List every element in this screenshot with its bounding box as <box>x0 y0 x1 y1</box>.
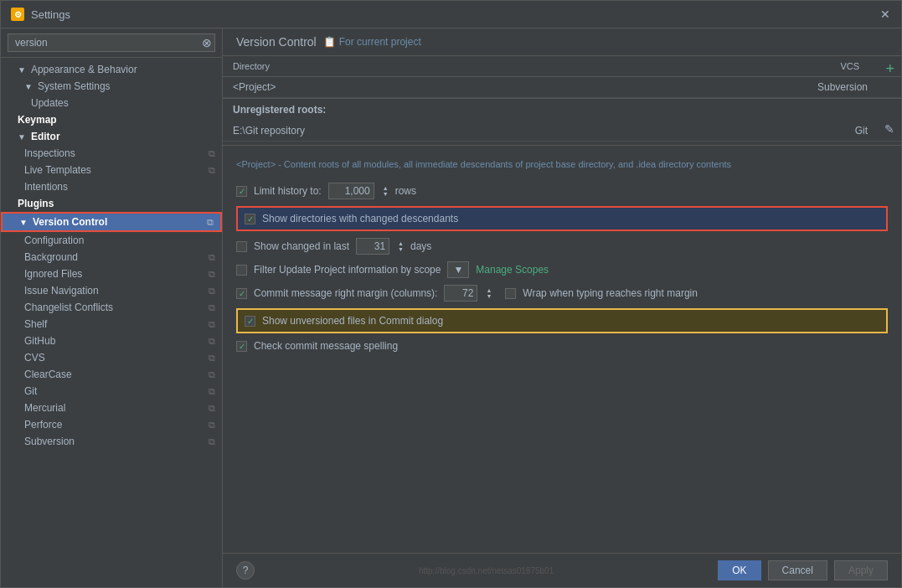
commit-margin-checkbox[interactable] <box>236 288 247 299</box>
sidebar-item-subversion[interactable]: Subversion ⧉ <box>1 433 222 450</box>
table-row: <Project> Subversion <box>223 77 901 98</box>
sidebar-item-updates[interactable]: Updates <box>1 95 222 111</box>
sidebar-label: ClearCase <box>24 369 72 380</box>
copy-icon: ⧉ <box>209 286 215 297</box>
arrow-icon: ▼ <box>18 65 26 75</box>
sidebar-item-issue-navigation[interactable]: Issue Navigation ⧉ <box>1 282 222 299</box>
footer: ? http://blog.csdn.net/netsas01875b01 OK… <box>223 553 901 587</box>
show-unversioned-checkbox[interactable] <box>245 316 255 327</box>
show-changed-input[interactable] <box>356 238 389 255</box>
sidebar-item-changelist-conflicts[interactable]: Changelist Conflicts ⧉ <box>1 299 222 316</box>
changed-spinner: ▲ ▼ <box>398 240 404 252</box>
dir-cell: <Project> <box>223 77 496 98</box>
copy-icon: ⧉ <box>209 148 215 159</box>
git-table: E:\Git repository Git <box>223 121 901 142</box>
check-spelling-checkbox[interactable] <box>236 341 247 352</box>
show-dirs-label: Show directories with changed descendant… <box>262 213 458 224</box>
sidebar-label: Live Templates <box>24 164 91 176</box>
sidebar-item-configuration[interactable]: Configuration <box>1 232 222 249</box>
wrap-checkbox[interactable] <box>505 288 516 299</box>
subtitle-text: For current project <box>339 36 421 48</box>
limit-history-input[interactable] <box>328 183 374 199</box>
commit-margin-label: Commit message right margin (columns): <box>254 287 437 299</box>
filter-update-checkbox[interactable] <box>236 265 247 276</box>
settings-icon: ⚙ <box>11 8 24 21</box>
search-clear-button[interactable]: ⊗ <box>202 36 212 49</box>
sidebar-item-appearance[interactable]: ▼ Appearance & Behavior <box>1 61 222 78</box>
sidebar-label: Ignored Files <box>24 268 82 280</box>
copy-icon: ⧉ <box>209 269 215 280</box>
edit-git-button[interactable]: ✎ <box>884 122 894 136</box>
help-button[interactable]: ? <box>236 561 255 580</box>
check-spelling-label: Check commit message spelling <box>254 340 398 352</box>
sidebar-item-intentions[interactable]: Intentions <box>1 178 222 195</box>
sidebar-item-shelf[interactable]: Shelf ⧉ <box>1 316 222 333</box>
manage-scopes-link[interactable]: Manage Scopes <box>476 264 549 276</box>
sidebar-label: Subversion <box>24 436 75 447</box>
unregistered-label: Unregistered roots: <box>223 99 901 121</box>
sidebar-item-ignored-files[interactable]: Ignored Files ⧉ <box>1 266 222 282</box>
sidebar-label: GitHub <box>24 335 55 347</box>
sidebar-item-git[interactable]: Git ⧉ <box>1 383 222 400</box>
limit-history-checkbox[interactable] <box>236 186 247 197</box>
arrow-icon: ▼ <box>24 82 33 91</box>
sidebar: ⊗ ▼ Appearance & Behavior ▼ System Setti… <box>1 28 223 587</box>
arrow-icon: ▼ <box>18 132 26 142</box>
show-changed-checkbox[interactable] <box>236 241 247 252</box>
sidebar-label: Configuration <box>24 235 84 246</box>
copy-icon: ⧉ <box>209 420 215 431</box>
main-content: ⊗ ▼ Appearance & Behavior ▼ System Setti… <box>1 28 901 587</box>
sidebar-item-editor[interactable]: ▼ Editor <box>1 128 222 145</box>
sidebar-item-mercurial[interactable]: Mercurial ⧉ <box>1 400 222 416</box>
git-dir-cell: E:\Git repository <box>223 121 643 142</box>
sidebar-item-keymap[interactable]: Keymap <box>1 111 222 128</box>
commit-margin-input[interactable] <box>444 285 477 302</box>
sidebar-item-system-settings[interactable]: ▼ System Settings <box>1 78 222 95</box>
settings-area: <Project> - Content roots of all modules… <box>223 146 901 369</box>
sidebar-item-background[interactable]: Background ⧉ <box>1 249 222 266</box>
limit-history-suffix: rows <box>395 185 416 197</box>
sidebar-label: Mercurial <box>24 402 65 414</box>
nav-tree: ▼ Appearance & Behavior ▼ System Setting… <box>1 58 222 453</box>
sidebar-item-github[interactable]: GitHub ⧉ <box>1 333 222 349</box>
limit-history-row: Limit history to: ▲ ▼ rows <box>236 183 888 199</box>
search-input[interactable] <box>8 34 215 52</box>
sidebar-label: Appearance & Behavior <box>31 64 137 75</box>
sidebar-label: Editor <box>31 131 60 142</box>
add-vcs-button[interactable]: + <box>885 61 894 76</box>
spinner-up[interactable]: ▲ <box>398 240 404 246</box>
sidebar-item-clearcase[interactable]: ClearCase ⧉ <box>1 366 222 383</box>
copy-icon: ⧉ <box>207 217 214 228</box>
sidebar-item-perforce[interactable]: Perforce ⧉ <box>1 416 222 433</box>
commit-margin-row: Commit message right margin (columns): ▲… <box>236 285 888 302</box>
spinner-up[interactable]: ▲ <box>486 287 492 293</box>
show-dirs-checkbox[interactable] <box>245 214 255 224</box>
unregistered-section: Unregistered roots: E:\Git repository Gi… <box>223 99 901 146</box>
window-title: Settings <box>31 8 70 21</box>
col-vcs: VCS <box>496 56 901 77</box>
main-panel: Version Control 📋 For current project Di… <box>223 28 901 587</box>
sidebar-item-cvs[interactable]: CVS ⧉ <box>1 349 222 366</box>
filter-scope-dropdown[interactable]: ▼ <box>447 261 469 278</box>
ok-button[interactable]: OK <box>718 560 760 580</box>
spinner-down[interactable]: ▼ <box>383 191 389 197</box>
show-dirs-row: Show directories with changed descendant… <box>236 206 888 231</box>
sidebar-item-live-templates[interactable]: Live Templates ⧉ <box>1 162 222 178</box>
sidebar-item-inspections[interactable]: Inspections ⧉ <box>1 145 222 162</box>
spinner-down[interactable]: ▼ <box>486 293 492 299</box>
apply-button[interactable]: Apply <box>834 560 888 580</box>
spinner-down[interactable]: ▼ <box>398 246 404 252</box>
sidebar-label: Keymap <box>18 114 57 126</box>
spinner-up[interactable]: ▲ <box>383 185 389 191</box>
search-box: ⊗ <box>1 28 222 58</box>
sidebar-item-plugins[interactable]: Plugins <box>1 195 222 212</box>
sidebar-label: Plugins <box>18 198 54 209</box>
sidebar-item-version-control[interactable]: ▼ Version Control ⧉ <box>1 212 222 232</box>
arrow-icon: ▼ <box>19 218 28 227</box>
vcs-table-wrapper: Directory VCS <Project> Subversion + <box>223 56 901 99</box>
col-directory: Directory <box>223 56 496 77</box>
show-changed-row: Show changed in last ▲ ▼ days <box>236 238 888 255</box>
watermark: http://blog.csdn.net/netsas01875b01 <box>419 566 554 575</box>
cancel-button[interactable]: Cancel <box>768 560 827 580</box>
close-button[interactable]: ✕ <box>879 8 891 20</box>
